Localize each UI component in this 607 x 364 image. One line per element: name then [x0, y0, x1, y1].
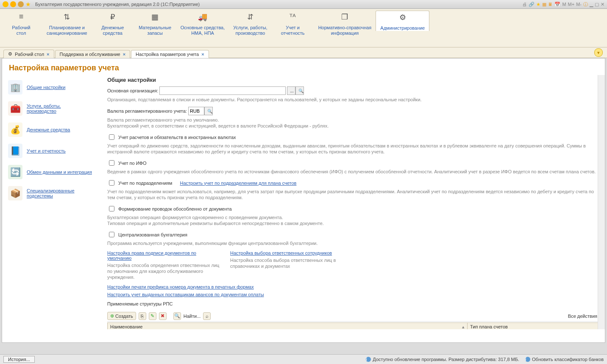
- nav-forward-icon[interactable]: [18, 1, 24, 7]
- m-plus[interactable]: M+: [568, 2, 575, 7]
- history-button[interactable]: История...: [3, 356, 35, 363]
- toolbar-item[interactable]: ⇵Услуги, работы,производство: [229, 12, 271, 36]
- calendar-icon[interactable]: 📅: [554, 2, 560, 7]
- sidebar-item[interactable]: 🔄Обмен данными и интеграция: [6, 161, 104, 183]
- toolbar-label: Планирование исанкционирование: [47, 25, 87, 36]
- rps-search-icon[interactable]: 🔍: [173, 312, 181, 320]
- m-minus[interactable]: M-: [576, 2, 582, 7]
- print-prefix-link[interactable]: Настройки печати префикса номера докумен…: [107, 284, 254, 289]
- dept-config-link[interactable]: Настроить учет по подразделениям для пла…: [180, 181, 296, 186]
- rps-copy-icon[interactable]: ⎘: [139, 312, 146, 320]
- rps-all-actions[interactable]: Все действия▾: [568, 313, 601, 319]
- org-input[interactable]: [159, 86, 286, 95]
- foreign-currency-checkbox[interactable]: [109, 134, 114, 140]
- tab-close-icon[interactable]: ×: [123, 52, 125, 57]
- rps-clear-search-icon[interactable]: ⌕: [203, 312, 211, 320]
- sidebar-item[interactable]: 📘Учет и отчетность: [6, 140, 104, 161]
- currency-input[interactable]: [188, 107, 204, 115]
- sidebar-icon: 📦: [8, 186, 22, 200]
- m-reg[interactable]: M: [562, 2, 566, 7]
- toolbar-icon: ≡: [4, 12, 38, 22]
- sidebar-item[interactable]: 🏢Общие настройки: [6, 77, 104, 98]
- toolbar-item[interactable]: ❐Нормативно-справочнаяинформация: [314, 12, 376, 36]
- toolbar-item[interactable]: ₽Денежныесредства: [92, 12, 134, 36]
- scrollbar[interactable]: [598, 75, 605, 329]
- info-icon[interactable]: ⓘ: [583, 1, 588, 8]
- sidebar-icon: 🔄: [8, 165, 22, 179]
- tabs-dropdown-icon[interactable]: ▾: [594, 48, 603, 57]
- signature-rights-link[interactable]: Настройка права подписи документов по ум…: [107, 250, 196, 261]
- status-update[interactable]: iДоступно обновление программы. Размер д…: [366, 357, 519, 362]
- sidebar-label: Услуги, работы,производство: [27, 103, 61, 114]
- sidebar-label: Специализированныеподсистемы: [27, 188, 75, 198]
- toolbar-item[interactable]: 🚚Основные средства,НМА, НПА: [176, 12, 229, 36]
- sidebar-icon: 🧰: [8, 101, 22, 116]
- link-icon[interactable]: 🔗: [529, 2, 535, 7]
- close-icon[interactable]: ✕: [601, 2, 604, 7]
- tab-close-icon[interactable]: ×: [47, 52, 49, 57]
- tab[interactable]: Настройка параметров учета×: [131, 50, 209, 58]
- toolbar-label: Учет иотчетность: [276, 25, 310, 36]
- org-search-button[interactable]: 🔍: [295, 86, 304, 95]
- centralized-checkbox[interactable]: [109, 232, 114, 237]
- toolbar-item[interactable]: ⚙Администрирование: [376, 11, 429, 31]
- ifo-checkbox[interactable]: [109, 160, 114, 166]
- status-bank[interactable]: iОбновить классификатор банков: [525, 357, 604, 362]
- section-title: Общие настройки: [107, 77, 601, 83]
- tab-close-icon[interactable]: ×: [201, 52, 204, 57]
- tab[interactable]: ⚙Рабочий стол×: [3, 50, 54, 58]
- toolbar-icon: ⚙: [380, 13, 425, 23]
- titlebar: ★ Бухгалтерия государственного учреждени…: [0, 0, 607, 9]
- separate-entries-hint: Бухгалтерская операция формируется однов…: [107, 214, 601, 226]
- settings-main: Общие настройки Основная организация: ..…: [106, 75, 605, 329]
- toolbar-item[interactable]: ▦Материальныезапасы: [134, 12, 176, 36]
- org-hint: Организация, подставляемая в списки и но…: [107, 97, 601, 103]
- toolbar-label: Нормативно-справочнаяинформация: [318, 25, 372, 36]
- max-icon[interactable]: ▢: [595, 2, 599, 7]
- dept-checkbox[interactable]: [109, 180, 114, 186]
- sidebar-icon: 📘: [8, 144, 22, 158]
- org-picker-button[interactable]: ...: [287, 86, 295, 95]
- currency-search-button[interactable]: 🔍: [204, 107, 213, 115]
- tabs-bar: ⚙Рабочий стол×Поддержка и обслуживание×Н…: [0, 47, 607, 58]
- sidebar-item[interactable]: 💰Денежные средства: [6, 119, 104, 140]
- sidebar-item[interactable]: 🧰Услуги, работы,производство: [6, 98, 104, 119]
- foreign-currency-hint: Учет операций по движению средств, задол…: [107, 143, 601, 155]
- sidebar-item[interactable]: 📦Специализированныеподсистемы: [6, 183, 104, 204]
- calc-icon[interactable]: 🖩: [548, 2, 553, 7]
- sidebar-icon: 🏢: [8, 80, 22, 94]
- separate-entries-checkbox[interactable]: [109, 206, 114, 211]
- min-icon[interactable]: ▁: [590, 2, 593, 7]
- nav-back-icon[interactable]: [10, 1, 16, 7]
- toolbar-label: Услуги, работы,производство: [233, 25, 267, 36]
- favorite-icon[interactable]: ★: [25, 1, 31, 8]
- sidebar-icon: 💰: [8, 122, 22, 137]
- rps-delete-icon[interactable]: ✖: [159, 312, 167, 320]
- grid-icon[interactable]: ▦: [542, 2, 546, 7]
- tab-label: Рабочий стол: [15, 52, 44, 57]
- toolbar-icon: ❐: [318, 12, 372, 22]
- titlebar-tools: 🖨 🔗 ★ ▦ 🖩 📅 M M+ M- ⓘ ▁ ▢ ✕: [522, 1, 604, 8]
- toolbar-icon: ⇅: [47, 12, 87, 22]
- rps-find-label[interactable]: Найти...: [184, 314, 201, 319]
- tab[interactable]: Поддержка и обслуживание×: [55, 50, 131, 58]
- responsible-selection-link[interactable]: Настройка выбора ответственных сотрудник…: [230, 250, 332, 256]
- rps-create-button[interactable]: ⊕Создать: [107, 312, 136, 320]
- rps-edit-icon[interactable]: ✎: [149, 312, 156, 320]
- grid-header-type[interactable]: Тип плана счетов: [468, 323, 600, 329]
- centralized-hint: Программа используется учреждением, выпо…: [107, 240, 601, 246]
- app-icon[interactable]: [3, 1, 8, 7]
- dept-hint: Учет по подразделениям может использоват…: [107, 189, 601, 200]
- toolbar-item[interactable]: ᵀᴬУчет иотчетность: [272, 12, 314, 36]
- toolbar-label: Администрирование: [380, 25, 425, 31]
- advances-link[interactable]: Настроить учет выданных поставщикам аван…: [107, 292, 264, 297]
- grid-header-name[interactable]: Наименование▴: [108, 323, 468, 329]
- window-title: Бухгалтерия государственного учреждения,…: [35, 2, 200, 7]
- separate-entries-label: Формирование проводок обособленно от док…: [118, 206, 232, 211]
- toolbar-label: Рабочийстол: [4, 25, 38, 36]
- toolbar-item[interactable]: ⇅Планирование исанкционирование: [42, 12, 92, 36]
- print-icon[interactable]: 🖨: [522, 2, 527, 7]
- toolbar-item[interactable]: ≡Рабочийстол: [0, 12, 42, 36]
- toolbar-icon: ▦: [138, 12, 172, 22]
- fav-icon[interactable]: ★: [536, 2, 540, 7]
